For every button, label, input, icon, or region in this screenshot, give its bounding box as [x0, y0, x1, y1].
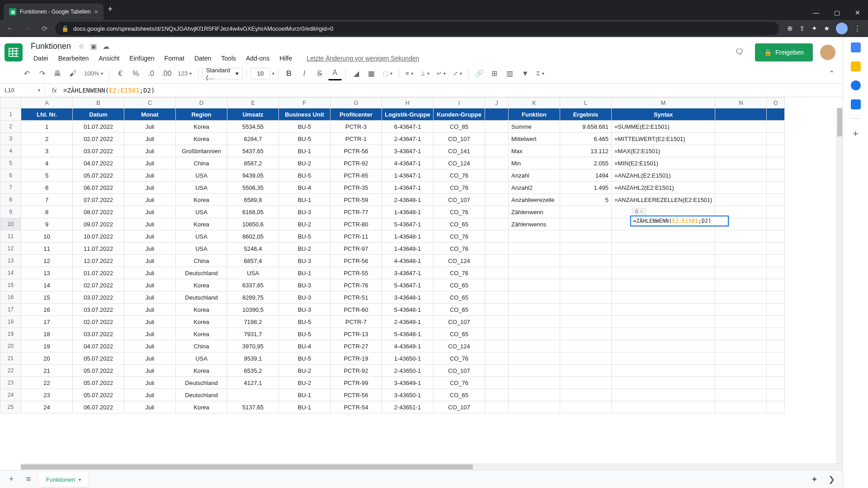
cell[interactable]: 9539,1: [227, 352, 279, 365]
cell[interactable]: 04.07.2022: [73, 340, 124, 352]
table-header[interactable]: Kunden-Gruppe: [434, 108, 485, 121]
cell[interactable]: 5534,55: [227, 121, 279, 133]
cell[interactable]: PCTR-7: [330, 316, 382, 328]
cell[interactable]: 23: [21, 389, 73, 401]
cell[interactable]: 4-43649-1: [382, 340, 434, 352]
cell[interactable]: [767, 194, 785, 206]
cell[interactable]: [485, 316, 509, 328]
cell[interactable]: [612, 389, 715, 401]
strikethrough-icon[interactable]: S: [313, 67, 326, 80]
cell[interactable]: CO_65: [434, 218, 485, 230]
cell[interactable]: [485, 206, 509, 218]
side-syntax[interactable]: =ANZAHL(E2:E1501): [612, 169, 715, 182]
cell[interactable]: BU-3: [279, 255, 330, 267]
cell[interactable]: [485, 133, 509, 145]
cell[interactable]: 6-43647-1: [382, 121, 434, 133]
cell[interactable]: [612, 279, 715, 291]
cell[interactable]: BU-2: [279, 377, 330, 389]
cell[interactable]: Deutschland: [176, 389, 227, 401]
reload-icon[interactable]: ⟳: [38, 24, 51, 33]
cell[interactable]: [767, 230, 785, 243]
cell[interactable]: Juli: [124, 340, 176, 352]
cell[interactable]: BU-1: [279, 401, 330, 413]
table-header[interactable]: Monat: [124, 108, 176, 121]
cell[interactable]: 1: [21, 121, 73, 133]
cell[interactable]: BU-5: [279, 328, 330, 340]
cell[interactable]: CO_124: [434, 157, 485, 169]
side-fn[interactable]: Max: [509, 145, 560, 157]
menu-hilfe[interactable]: Hilfe: [275, 53, 297, 64]
cell[interactable]: Juli: [124, 194, 176, 206]
sheets-logo-icon[interactable]: [5, 43, 23, 61]
cell[interactable]: [485, 267, 509, 279]
move-icon[interactable]: ▣: [90, 42, 97, 50]
cell[interactable]: 03.07.2022: [73, 328, 124, 340]
row-header[interactable]: 15: [0, 279, 21, 291]
cell[interactable]: 03.07.2022: [73, 304, 124, 316]
comment-history-icon[interactable]: 🗨: [731, 44, 748, 61]
row-header[interactable]: 18: [0, 316, 21, 328]
side-result[interactable]: 5: [560, 194, 612, 206]
row-header[interactable]: 7: [0, 182, 21, 194]
table-header[interactable]: Umsatz: [227, 108, 279, 121]
cell[interactable]: [715, 365, 767, 377]
cell[interactable]: [767, 365, 785, 377]
cell[interactable]: USA: [176, 352, 227, 365]
cell[interactable]: [485, 328, 509, 340]
font-family-dropdown[interactable]: Standard (…▾: [202, 68, 243, 80]
cell[interactable]: 01.07.2022: [73, 267, 124, 279]
bold-icon[interactable]: B: [282, 67, 296, 80]
cell[interactable]: Juli: [124, 145, 176, 157]
cell[interactable]: PCTR-11: [330, 230, 382, 243]
col-header[interactable]: A: [21, 98, 73, 108]
col-header[interactable]: G: [330, 98, 382, 108]
row-header[interactable]: 21: [0, 352, 21, 365]
cell[interactable]: [715, 304, 767, 316]
cell[interactable]: 8602,05: [227, 230, 279, 243]
account-avatar[interactable]: [820, 45, 835, 60]
cell[interactable]: 1-43649-1: [382, 243, 434, 255]
cell[interactable]: CO_141: [434, 145, 485, 157]
cell[interactable]: 24: [21, 401, 73, 413]
cell[interactable]: [560, 304, 612, 316]
cell[interactable]: PCTR-85: [330, 169, 382, 182]
cell[interactable]: 7: [21, 194, 73, 206]
formula-input[interactable]: =ZÄHLENWENN(E2:E1501;D2): [63, 87, 843, 94]
cell[interactable]: CO_65: [434, 279, 485, 291]
cell[interactable]: PCTR-1: [330, 133, 382, 145]
cell[interactable]: [227, 389, 279, 401]
row-header[interactable]: 1: [0, 108, 21, 121]
cell[interactable]: [767, 304, 785, 316]
cell[interactable]: 2-43649-1: [382, 316, 434, 328]
menu-format[interactable]: Format: [160, 53, 189, 64]
col-header[interactable]: I: [434, 98, 485, 108]
cell[interactable]: CO_76: [434, 182, 485, 194]
side-fn[interactable]: Zählenwenns: [509, 218, 560, 230]
cell[interactable]: China: [176, 157, 227, 169]
cell[interactable]: [509, 316, 560, 328]
cell[interactable]: 8289,75: [227, 291, 279, 304]
cell[interactable]: 03.07.2022: [73, 145, 124, 157]
cell[interactable]: BU-2: [279, 157, 330, 169]
cell[interactable]: 4: [21, 157, 73, 169]
col-header[interactable]: C: [124, 98, 176, 108]
row-header[interactable]: 4: [0, 145, 21, 157]
cell[interactable]: 5246,4: [227, 243, 279, 255]
cell[interactable]: 8587,2: [227, 157, 279, 169]
cell[interactable]: PCTR-77: [330, 206, 382, 218]
side-panel-toggle-icon[interactable]: ❯: [825, 473, 838, 486]
cell[interactable]: BU-5: [279, 133, 330, 145]
cell[interactable]: [485, 121, 509, 133]
cell[interactable]: [767, 328, 785, 340]
browser-tab[interactable]: ▦ Funktionen - Google Tabellen ×: [4, 4, 104, 20]
new-tab-button[interactable]: +: [104, 5, 117, 16]
cell[interactable]: [560, 230, 612, 243]
side-header[interactable]: Ergebnis: [560, 108, 612, 121]
cell[interactable]: BU-5: [279, 169, 330, 182]
currency-euro-icon[interactable]: €: [113, 67, 127, 80]
cell[interactable]: [509, 328, 560, 340]
cell[interactable]: [715, 401, 767, 413]
cell[interactable]: 9439,05: [227, 169, 279, 182]
cell[interactable]: BU-3: [279, 279, 330, 291]
cell[interactable]: 18: [21, 328, 73, 340]
